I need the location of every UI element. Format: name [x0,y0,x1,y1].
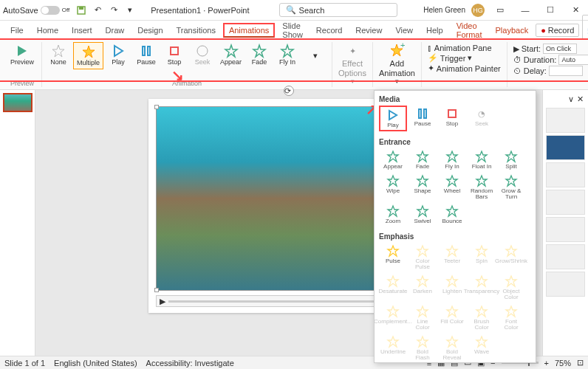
dd-fillcolor[interactable]: Fill Color [438,303,466,332]
tab-transitions[interactable]: Transitions [171,23,222,38]
dd-wipe[interactable]: Wipe [379,173,407,201]
panel-expand-icon[interactable]: ∨ [568,94,574,104]
tab-view[interactable]: View [389,23,419,38]
dd-colorpulse[interactable]: Color Pulse [408,243,437,272]
ribbon-display-icon[interactable]: ▭ [490,3,510,18]
dd-floatin[interactable]: Float In [468,148,496,171]
dd-shape[interactable]: Shape [408,173,437,201]
tab-insert[interactable]: Insert [66,23,98,38]
design-ideas-panel: ∨✕ [542,90,588,356]
ribbon: Preview Preview None Multiple Play Pause… [0,40,588,90]
dd-zoom[interactable]: Zoom [379,203,407,226]
tab-file[interactable]: File [4,23,30,38]
zoom-in-icon[interactable]: + [544,359,549,368]
dd-spin[interactable]: Spin [468,243,496,272]
fit-icon[interactable]: ⊡ [577,358,584,368]
dd-darken[interactable]: Darken [408,273,437,302]
search-input[interactable]: 🔍 Search [279,3,397,17]
dd-play[interactable]: Play [379,106,407,131]
dd-desaturate[interactable]: Desaturate [379,273,407,302]
toggle-switch[interactable] [41,6,60,15]
tab-record[interactable]: Record [310,23,348,38]
tab-animations[interactable]: Animations [223,23,275,38]
design-idea[interactable] [546,244,585,269]
dd-underline[interactable]: Underline [379,334,407,362]
accessibility-button[interactable]: Accessibility: Investigate [146,359,234,368]
dd-wave[interactable]: Wave [468,334,496,362]
dd-fontcolor[interactable]: Font Color [497,303,525,332]
svg-rect-1 [79,7,83,10]
design-idea[interactable] [546,162,585,187]
avatar[interactable]: HG [471,4,485,17]
tab-design[interactable]: Design [131,23,168,38]
dd-entrance-title: Entrance [379,136,531,148]
svg-rect-11 [424,109,426,118]
resize-handle[interactable] [154,288,159,292]
slide-counter[interactable]: Slide 1 of 1 [4,359,45,368]
tab-help[interactable]: Help [420,23,449,38]
slide-thumbnail[interactable] [3,93,33,112]
redo-icon[interactable]: ↷ [108,4,120,16]
dd-pause[interactable]: Pause [408,106,437,131]
dd-split[interactable]: Split [497,148,525,171]
dd-transparency[interactable]: Transparency [468,273,496,302]
svg-rect-10 [419,109,421,118]
tab-playback[interactable]: Playback [490,23,535,38]
dd-bounce[interactable]: Bounce [438,203,466,226]
language-button[interactable]: English (United States) [54,359,137,368]
dd-appear[interactable]: Appear [379,148,407,171]
dd-boldreveal[interactable]: Bold Reveal [438,334,466,362]
svg-rect-12 [448,110,456,117]
undo-icon[interactable]: ↶ [92,4,103,16]
dropdown-icon[interactable]: ▾ [124,4,136,16]
zoom-level[interactable]: 75% [555,359,571,368]
dd-stop[interactable]: Stop [438,106,466,131]
tab-review[interactable]: Review [349,23,388,38]
record-button[interactable]: ●Record [536,24,579,37]
dd-linecolor[interactable]: Line Color [408,303,437,332]
dd-lighten[interactable]: Lighten [438,273,466,302]
tab-draw[interactable]: Draw [100,23,131,38]
design-idea[interactable] [546,217,585,242]
panel-close-icon[interactable]: ✕ [577,94,584,104]
dd-emphasis-title: Emphasis [379,230,531,243]
user-name[interactable]: Helen Green [423,6,465,14]
tab-home[interactable]: Home [31,23,64,38]
minimize-icon[interactable]: — [516,3,535,18]
save-icon[interactable] [75,4,87,16]
dd-boldflash[interactable]: Bold Flash [408,334,437,362]
slide-thumbnail-panel: 1 [0,90,35,356]
dd-seek[interactable]: ◔Seek [468,106,496,131]
dd-objectcolor[interactable]: Object Color [497,273,525,302]
main-area: 1 ⟳ ▶ ↗ Media Play Pause Stop [0,90,588,356]
play-icon[interactable]: ▶ [160,297,165,306]
autosave-toggle[interactable]: AutoSave Off [3,6,69,15]
dd-flyin[interactable]: Fly In [438,148,466,171]
design-idea[interactable] [546,135,585,160]
design-idea[interactable] [546,190,585,215]
dd-teeter[interactable]: Teeter [438,243,466,272]
dd-growturn[interactable]: Grow & Turn [497,173,525,201]
dd-fade[interactable]: Fade [408,148,437,171]
dd-pulse[interactable]: Pulse [379,243,407,272]
annotation-arrow: ↘ [171,66,184,84]
dd-brushcolor[interactable]: Brush Color [468,303,496,332]
design-idea[interactable] [546,272,585,297]
svg-marker-9 [389,111,397,120]
ribbon-tabs: File Home Insert Draw Design Transitions… [0,21,588,40]
design-idea[interactable] [546,108,585,133]
document-title: Presentation1 · PowerPoint [151,6,249,15]
dd-swivel[interactable]: Swivel [408,203,437,226]
dd-media-title: Media [379,93,531,106]
rotate-handle[interactable]: ⟳ [284,86,294,96]
dd-growshrink[interactable]: Grow/Shrink [497,243,525,272]
dd-complement[interactable]: Complement... [379,303,407,332]
search-icon: 🔍 [286,5,296,15]
dd-randombars[interactable]: Random Bars [468,173,496,201]
add-animation-dropdown: Media Play Pause Stop ◔Seek Entrance App… [374,90,536,363]
dd-wheel[interactable]: Wheel [438,173,466,201]
resize-handle[interactable] [154,105,159,109]
